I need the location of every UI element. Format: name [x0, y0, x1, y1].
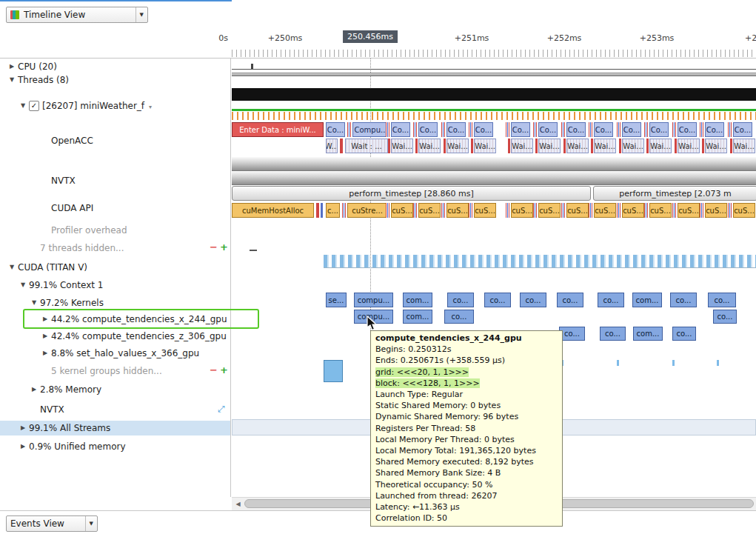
openacc-launch-block[interactable]: Co...	[594, 122, 613, 137]
kernels-summary-block[interactable]: co...	[520, 293, 546, 307]
openacc-launch-block[interactable]: Co...	[566, 122, 586, 137]
kernel-z306-block[interactable]: com...	[633, 327, 663, 341]
restore-hidden-rows-button[interactable]: +	[220, 364, 228, 376]
kernel-z306-block[interactable]: co...	[600, 327, 626, 341]
cuda-api-block[interactable]: cuS...	[418, 203, 441, 218]
nvtx-ranges-block[interactable]: perform_timestep [2.073 m	[593, 186, 756, 201]
openacc-launch-block[interactable]: Enter Data : miniW...	[232, 122, 324, 137]
sidebar-item-8-8-set-halo-values-x-366-gpu[interactable]: ▶8.8% set_halo_values_x_366_gpu	[0, 346, 230, 361]
sidebar-item-97-2-kernels[interactable]: ▼97.2% Kernels	[0, 296, 230, 310]
openacc-launch-block[interactable]: Co...	[474, 122, 493, 137]
memory-block[interactable]	[324, 360, 343, 382]
cuda-api-block[interactable]: cuS...	[474, 203, 496, 218]
expand-arrow-icon[interactable]: ▶	[41, 333, 50, 339]
openacc-launch-block[interactable]: Compu...	[352, 122, 389, 137]
kernels-summary-block[interactable]: com...	[632, 293, 662, 307]
cuda-api-block[interactable]: cuS...	[391, 203, 413, 218]
kernels-summary-block[interactable]: se...	[326, 293, 347, 307]
sidebar-item-44-2-compute-tendencies-x-244-gpu[interactable]: ▶44.2% compute_tendencies_x_244_gpu	[0, 312, 230, 327]
openacc-launch-block[interactable]: Co...	[622, 122, 641, 137]
sidebar-item-99-1-context-1[interactable]: ▼99.1% Context 1	[0, 278, 230, 293]
openacc-wait-block[interactable]: Wait : ...	[345, 138, 388, 153]
openacc-wait-block[interactable]: Wai...	[446, 138, 469, 153]
collapse-arrow-icon[interactable]: ▼	[30, 299, 39, 306]
kernels-summary-block[interactable]: co...	[557, 293, 583, 307]
openacc-wait-block[interactable]: Wai...	[733, 138, 755, 153]
kernel-x244-block[interactable]: co...	[444, 310, 474, 324]
openacc-wait-block[interactable]: Wai...	[418, 138, 441, 153]
kernels-summary-block[interactable]: compu...	[354, 293, 393, 307]
process-dropdown-caret-icon[interactable]: ▾	[149, 104, 152, 110]
openacc-wait-block[interactable]: Wai...	[538, 138, 561, 153]
sidebar-item-2-8-memory[interactable]: ▶2.8% Memory	[0, 382, 230, 397]
openacc-launch-block[interactable]: Co...	[446, 122, 466, 137]
expand-arrow-icon[interactable]: ▶	[19, 443, 27, 450]
expand-arrow-icon[interactable]: ▶	[41, 316, 50, 322]
collapse-arrow-icon[interactable]: ▼	[19, 281, 27, 288]
expand-row-icon[interactable]: ⤢	[218, 404, 225, 414]
remove-hidden-rows-button[interactable]: −	[210, 241, 218, 253]
sidebar-item-cuda-api[interactable]: CUDA API	[0, 201, 230, 216]
sidebar-item-nvtx[interactable]: NVTX⤢	[0, 402, 230, 417]
kernels-summary-block[interactable]: com...	[403, 293, 432, 307]
collapse-arrow-icon[interactable]: ▼	[19, 102, 27, 109]
sidebar-item-0-9-unified-memory[interactable]: ▶0.9% Unified memory	[0, 439, 230, 454]
chevron-down-icon[interactable]: ▼	[85, 516, 97, 531]
kernels-summary-block[interactable]: co...	[670, 293, 697, 307]
kernels-summary-block[interactable]: co...	[484, 293, 511, 307]
collapse-arrow-icon[interactable]: ▼	[7, 264, 16, 270]
cuda-api-block[interactable]: cuS...	[678, 203, 700, 218]
openacc-wait-block[interactable]: W...	[326, 138, 338, 153]
kernel-z306-block[interactable]: co...	[672, 327, 696, 341]
restore-hidden-rows-button[interactable]: +	[220, 241, 228, 253]
cuda-api-block[interactable]: cuS...	[446, 203, 469, 218]
cuda-api-block[interactable]: cuS...	[622, 203, 644, 218]
scroll-left-button[interactable]: ◀	[233, 498, 244, 510]
cuda-api-block[interactable]: cuMemHostAlloc	[232, 203, 314, 218]
expand-arrow-icon[interactable]: ▶	[30, 386, 39, 393]
cuda-api-block[interactable]: cuS...	[594, 203, 616, 218]
expand-arrow-icon[interactable]: ▶	[7, 63, 16, 70]
cuda-api-block[interactable]: cuS...	[705, 203, 727, 218]
cuda-api-block[interactable]: c...	[326, 203, 340, 218]
openacc-launch-block[interactable]: Co...	[705, 122, 724, 137]
openacc-launch-block[interactable]: Co...	[678, 122, 697, 137]
openacc-wait-block[interactable]: Wai...	[705, 138, 727, 153]
openacc-wait-block[interactable]: Wai...	[622, 138, 644, 153]
cuda-api-block[interactable]: cuS...	[649, 203, 672, 218]
kernels-summary-block[interactable]: co...	[598, 293, 624, 307]
panel-divider[interactable]	[230, 28, 231, 497]
sidebar-item-26207-miniweather-f[interactable]: ▼✓[26207] miniWeather_f▾	[0, 99, 230, 113]
sidebar-item-5-kernel-groups-hidden[interactable]: 5 kernel groups hidden...−+	[0, 364, 230, 378]
expand-arrow-icon[interactable]: ▶	[41, 350, 50, 356]
openacc-launch-block[interactable]: Co...	[649, 122, 669, 137]
sidebar-item-cpu-20[interactable]: ▶CPU (20)	[0, 59, 230, 74]
sidebar-item-nvtx[interactable]: NVTX	[0, 173, 230, 188]
openacc-launch-block[interactable]: Co...	[391, 122, 410, 137]
openacc-wait-block[interactable]: Wai...	[649, 138, 672, 153]
sidebar-item-42-4-compute-tendencies-z-306-gpu[interactable]: ▶42.4% compute_tendencies_z_306_gpu	[0, 329, 230, 344]
sidebar-item-99-1-all-streams[interactable]: ▶99.1% All Streams	[0, 421, 230, 435]
events-view-dropdown[interactable]: Events View ▼	[6, 515, 98, 532]
expand-arrow-icon[interactable]: ▶	[19, 424, 27, 431]
openacc-wait-block[interactable]: Wai...	[511, 138, 533, 153]
kernel-x244-block[interactable]: co...	[713, 310, 737, 324]
kernels-summary-block[interactable]: co...	[447, 293, 474, 307]
openacc-wait-block[interactable]: Wai...	[678, 138, 700, 153]
cuda-api-block[interactable]: cuStre...	[347, 203, 387, 218]
collapse-arrow-icon[interactable]: ▼	[7, 76, 16, 83]
cuda-api-block[interactable]: cuS...	[511, 203, 533, 218]
remove-hidden-rows-button[interactable]: −	[210, 364, 218, 376]
openacc-launch-block[interactable]: Co...	[538, 122, 558, 137]
sidebar-item-profiler-overhead[interactable]: Profiler overhead	[0, 223, 230, 238]
openacc-launch-block[interactable]: Co...	[733, 122, 752, 137]
cuda-api-block[interactable]: cuS...	[733, 203, 755, 218]
cuda-api-block[interactable]: cuS...	[538, 203, 561, 218]
nvtx-ranges-block[interactable]: perform_timestep [28.860 ms]	[232, 186, 591, 201]
openacc-wait-block[interactable]: Wai...	[566, 138, 589, 153]
kernels-summary-block[interactable]: co...	[708, 293, 736, 307]
sidebar-item-cuda-titan-v[interactable]: ▼CUDA (TITAN V)	[0, 260, 230, 275]
sidebar-item-7-threads-hidden[interactable]: 7 threads hidden...−+	[0, 241, 230, 256]
kernel-x244-block[interactable]: com...	[403, 310, 432, 324]
sidebar-item-threads-8[interactable]: ▼Threads (8)	[0, 73, 230, 87]
